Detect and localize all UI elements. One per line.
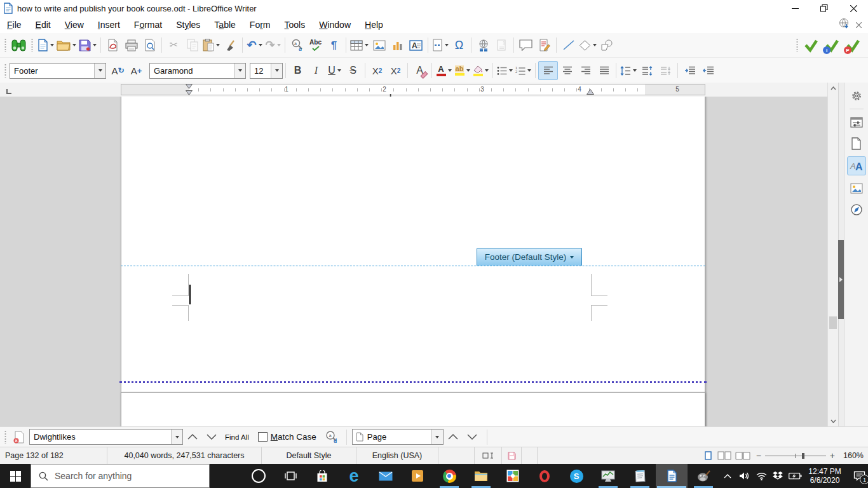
dropdown-caret[interactable] [337,69,341,72]
combo-arrow[interactable] [94,64,105,78]
sidebar-page-button[interactable] [848,135,865,152]
page-style-status[interactable]: Default Style [262,447,356,464]
scroll-up-button[interactable] [828,83,838,93]
dropdown-caret[interactable] [485,69,489,72]
online-update-icon[interactable] [838,18,850,32]
new-style-button[interactable]: A+ [127,62,146,79]
sidebar-navigator-button[interactable] [848,201,865,219]
insert-line-button[interactable] [559,36,578,54]
print-preview-button[interactable] [140,36,159,54]
sidebar-hide-handle[interactable] [838,240,844,319]
selection-mode-status[interactable] [438,447,474,464]
zoom-slider-track[interactable] [765,452,826,459]
close-button[interactable] [839,0,868,17]
taskbar-edge-button[interactable]: e [338,464,370,488]
toolbar-grip[interactable] [796,38,799,52]
tray-clock[interactable]: 12:47 PM 6/6/2020 [804,467,845,485]
dropdown-caret[interactable] [216,44,220,46]
ruler-band[interactable]: 1 2 3 4 5 [121,84,705,95]
page-132[interactable] [121,97,705,426]
clone-formatting-button[interactable] [221,36,240,54]
taskbar-skype-button[interactable]: S [560,464,592,488]
menu-form[interactable]: Form [243,18,278,32]
find-previous-button[interactable] [183,434,202,440]
dropbox-icon[interactable] [770,464,786,488]
hidden-icons-button[interactable] [719,464,736,488]
increase-indent-button[interactable] [681,62,699,79]
wifi-icon[interactable] [753,464,770,488]
taskbar-movies-tv-button[interactable] [402,464,433,488]
taskbar-search-box[interactable]: Search for anything [31,464,210,488]
menu-file[interactable]: File [0,18,29,32]
background-color-button[interactable] [471,62,490,79]
highlight-color-button[interactable]: ab [453,62,471,79]
taskbar-chrome-button[interactable] [433,464,465,488]
dropdown-caret[interactable] [93,44,97,46]
minimize-button[interactable] [780,0,810,17]
print-button[interactable] [122,36,140,54]
taskbar-task-view-button[interactable] [275,464,306,488]
insert-table-button[interactable] [349,36,370,54]
menu-format[interactable]: Format [127,18,169,32]
dropdown-caret[interactable] [50,44,54,46]
menu-tools[interactable]: Tools [278,18,313,32]
insert-text-box-button[interactable]: A [407,36,425,54]
zoom-slider-thumb[interactable] [802,453,804,459]
align-right-button[interactable] [576,62,595,79]
find-and-replace-button[interactable]: ad [323,428,341,446]
multi-page-view-button[interactable] [715,447,733,464]
ordered-list-button[interactable]: 12 [514,62,532,79]
justify-button[interactable] [595,62,613,79]
zoom-slider[interactable]: − + [756,451,835,461]
open-button[interactable] [55,36,78,54]
word-count-status[interactable]: 40,040 words, 247,531 characters [107,447,261,464]
menu-insert[interactable]: Insert [91,18,127,32]
dropdown-caret[interactable] [633,69,637,72]
insert-hyperlink-button[interactable] [474,36,492,54]
subscript-button[interactable]: X2 [386,62,405,79]
insert-special-character-button[interactable]: Ω [450,36,468,54]
insert-chart-button[interactable] [388,36,407,54]
combo-arrow[interactable] [431,430,443,444]
footer-style-tag-button[interactable]: Footer (Default Style) [477,248,582,266]
font-size-combo[interactable]: 12 [250,63,283,79]
insert-comment-button[interactable] [517,36,535,54]
taskbar-photos-button[interactable] [497,464,529,488]
battery-icon[interactable] [786,464,804,488]
navigate-by-combo[interactable]: Page [352,429,444,445]
italic-button[interactable]: I [307,62,325,79]
dropdown-caret[interactable] [570,256,574,259]
tab-stop-marker[interactable] [388,90,393,94]
combo-arrow[interactable] [271,64,282,78]
taskbar-store-button[interactable] [306,464,338,488]
language-status[interactable]: English (USA) [356,447,438,464]
horizontal-ruler[interactable]: 1 2 3 4 5 [0,83,827,97]
navigate-by-value[interactable]: Page [363,430,431,444]
unordered-list-button[interactable] [496,62,514,79]
sidebar-properties-button[interactable] [848,113,865,131]
zoom-level-status[interactable]: 160% [839,447,868,464]
menu-view[interactable]: View [58,18,91,32]
taskbar-cortana-button[interactable] [243,464,275,488]
tab-stop-type-selector[interactable] [6,86,12,97]
close-find-bar-button[interactable] [10,428,28,446]
zoom-out-icon[interactable]: − [756,451,761,461]
volume-icon[interactable] [736,464,753,488]
dropdown-caret[interactable] [593,44,597,46]
increase-paragraph-spacing-button[interactable] [638,62,656,79]
basic-shapes-button[interactable] [578,36,598,54]
spelling-button[interactable]: Abc [306,36,325,54]
close-document-icon[interactable] [856,19,862,30]
align-center-button[interactable] [558,62,576,79]
signature-status[interactable] [522,447,537,464]
font-name-combo[interactable]: Garamond [149,63,246,79]
toolbar-grip[interactable] [4,38,7,52]
dropdown-caret[interactable] [448,69,452,72]
find-replace-button[interactable]: ad [288,36,306,54]
match-case-label[interactable]: Match Case [271,432,316,442]
strikethrough-button[interactable]: S [344,62,362,79]
line-spacing-button[interactable] [619,62,638,79]
action-center-button[interactable]: 1 [845,464,868,488]
previous-element-button[interactable] [444,434,463,440]
decrease-indent-button[interactable] [699,62,717,79]
